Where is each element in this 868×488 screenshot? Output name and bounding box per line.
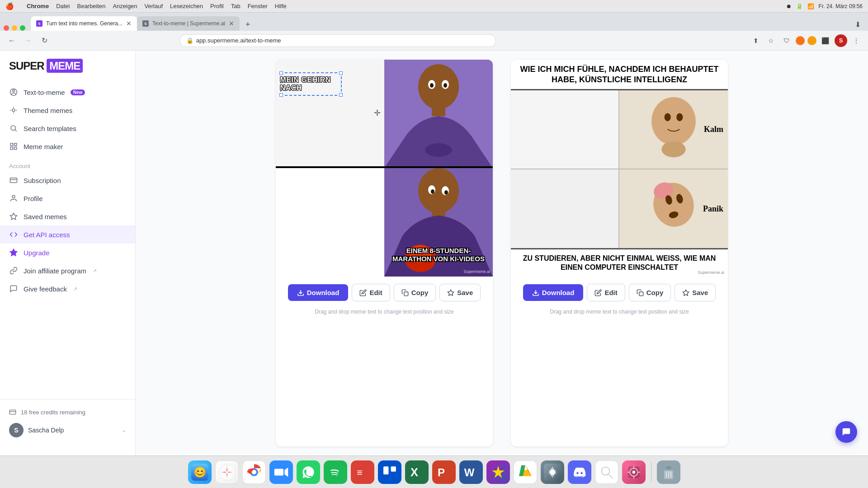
tab-close-1[interactable]: ✕ [126,20,132,27]
menu-bearbeiten[interactable]: Bearbeiten [77,3,105,9]
menu-anzeigen[interactable]: Anzeigen [113,3,137,9]
sidebar-item-give-feedback[interactable]: Give feedback ↗ [0,280,135,298]
user-row[interactable]: S Sascha Delp ⌄ [9,419,126,441]
menu-profil[interactable]: Profil [210,3,224,9]
sidebar-item-subscription[interactable]: Subscription [0,171,135,189]
more-options-icon[interactable]: ⋮ [850,34,863,47]
dock-spotlight[interactable] [595,460,618,484]
dock-safari[interactable] [215,460,239,484]
meme1-download-button[interactable]: Download [288,284,349,301]
meme2-download-label: Download [542,289,575,296]
chrome-tab-inactive[interactable]: S Text-to-meme | Supermeme.ai ✕ [137,16,240,31]
meme2-save-button[interactable]: Save [675,284,716,301]
dock-system-preferences[interactable] [541,460,564,484]
app-layout: SUPER MEME Text-to-meme New [0,51,868,455]
give-feedback-label: Give feedback [24,285,67,293]
meme1-edit-button[interactable]: Edit [352,284,390,301]
bookmark-icon[interactable]: ☆ [765,34,778,47]
dock-word[interactable]: W [459,460,483,484]
meme1-bottom-text: EINEM 8-STUNDEN-MARATHON VON KI-VIDEOS [384,247,493,263]
tab-title-1: Turn text into memes. Genera... [46,20,123,27]
menu-datei[interactable]: Datei [56,3,70,9]
kalm-label: Kalm [704,125,723,134]
sidebar-item-meme-maker[interactable]: Meme maker [0,137,135,155]
svg-text:😊: 😊 [193,465,207,478]
meme1-image-area[interactable]: MEIN GEHIRN NACH ✛ [276,60,493,277]
sidebar-item-text-to-meme[interactable]: Text-to-meme New [0,83,135,101]
forward-button[interactable]: → [22,34,34,47]
meme1-copy-button[interactable]: Copy [394,284,436,301]
meme2-download-button[interactable]: Download [523,284,584,301]
sidebar-item-upgrade[interactable]: Upgrade [0,244,135,262]
dock-google-drive[interactable] [514,460,537,484]
chrome-tab-active[interactable]: S Turn text into memes. Genera... ✕ [31,16,137,31]
meme1-right-top-panel [384,60,493,166]
meme2-image-area[interactable]: WIE ICH MICH FÜHLE, NACHDEM ICH BEHAUPTE… [511,60,728,277]
back-button[interactable]: ← [5,34,18,47]
panik-figure-svg [637,173,710,245]
get-api-access-label: Get API access [24,231,70,239]
dock-trello[interactable] [378,460,401,484]
meme1-download-label: Download [307,289,340,296]
window-maximize-button[interactable] [20,25,25,31]
dock-discord[interactable] [568,460,591,484]
external-link-icon: ↗ [93,268,97,274]
dock-excel[interactable]: X [405,460,429,484]
dock-spotify[interactable] [324,460,347,484]
window-minimize-button[interactable] [12,25,17,31]
dock-zoom[interactable] [269,460,293,484]
sidebar-item-join-affiliate[interactable]: Join affiliate program ↗ [0,262,135,280]
menu-hilfe[interactable]: Hilfe [275,3,287,9]
extension-shield-icon[interactable]: 🛡 [780,34,793,47]
profile-icon[interactable]: S [835,34,847,47]
meme1-left-bottom-panel [276,168,384,277]
dock-istar[interactable] [486,460,510,484]
crosshair-icon[interactable]: ✛ [374,108,381,118]
tab-expand-button[interactable]: ⬇ [851,19,864,31]
profile-circle[interactable]: S [835,34,847,47]
meme1-save-button[interactable]: Save [439,284,481,301]
svg-marker-82 [523,469,531,476]
share-icon[interactable]: ⬆ [750,34,762,47]
meme2-canvas[interactable]: WIE ICH MICH FÜHLE, NACHDEM ICH BEHAUPTE… [511,60,728,277]
mac-menu-bar[interactable]: Chrome Datei Bearbeiten Anzeigen Verlauf… [27,3,287,9]
address-input[interactable]: 🔒 app.supermeme.ai/text-to-meme [179,34,496,47]
upgrade-icon [9,248,18,257]
extension-icon-2[interactable] [807,36,816,45]
themed-memes-label: Themed memes [24,107,72,114]
sidebar-item-search-templates[interactable]: Search templates [0,119,135,137]
istar-icon [490,464,507,481]
meme1-left-top-panel[interactable]: MEIN GEHIRN NACH ✛ [276,60,384,166]
menu-fenster[interactable]: Fenster [248,3,268,9]
whatsapp-icon [300,464,317,481]
menu-chrome[interactable]: Chrome [27,3,49,9]
new-tab-button[interactable]: + [241,18,254,31]
menu-tab[interactable]: Tab [231,3,241,9]
sidebar-item-saved-memes[interactable]: Saved memes [0,207,135,225]
extension-icon-1[interactable] [796,36,805,45]
zoom-icon [273,464,290,481]
menu-verlauf[interactable]: Verlauf [145,3,163,9]
reload-button[interactable]: ↻ [38,34,51,47]
meme2-copy-button[interactable]: Copy [629,284,671,301]
dock-trash[interactable] [657,460,680,484]
dock-music[interactable] [622,460,646,484]
dock-whatsapp[interactable] [297,460,320,484]
dock-todoist[interactable]: ≡ [351,460,374,484]
meme2-edit-button[interactable]: Edit [587,284,625,301]
sidebar-item-themed-memes[interactable]: Themed memes [0,101,135,119]
menu-lesezeichen[interactable]: Lesezeichen [170,3,203,9]
svg-point-94 [632,470,635,473]
extension-icon-3[interactable]: ⬛ [819,34,832,47]
svg-rect-63 [274,469,283,475]
tab-close-2[interactable]: ✕ [229,20,234,27]
sidebar-bottom: 18 free credits remaining S Sascha Delp … [0,399,135,446]
window-close-button[interactable] [4,25,9,31]
dock-finder[interactable]: 😊 [188,460,212,484]
chat-button[interactable] [835,421,857,443]
sidebar-item-profile[interactable]: Profile [0,189,135,207]
meme1-canvas[interactable]: MEIN GEHIRN NACH ✛ [276,60,493,277]
sidebar-item-get-api-access[interactable]: Get API access [0,225,135,244]
dock-powerpoint[interactable]: P [432,460,456,484]
dock-chrome[interactable] [242,460,266,484]
